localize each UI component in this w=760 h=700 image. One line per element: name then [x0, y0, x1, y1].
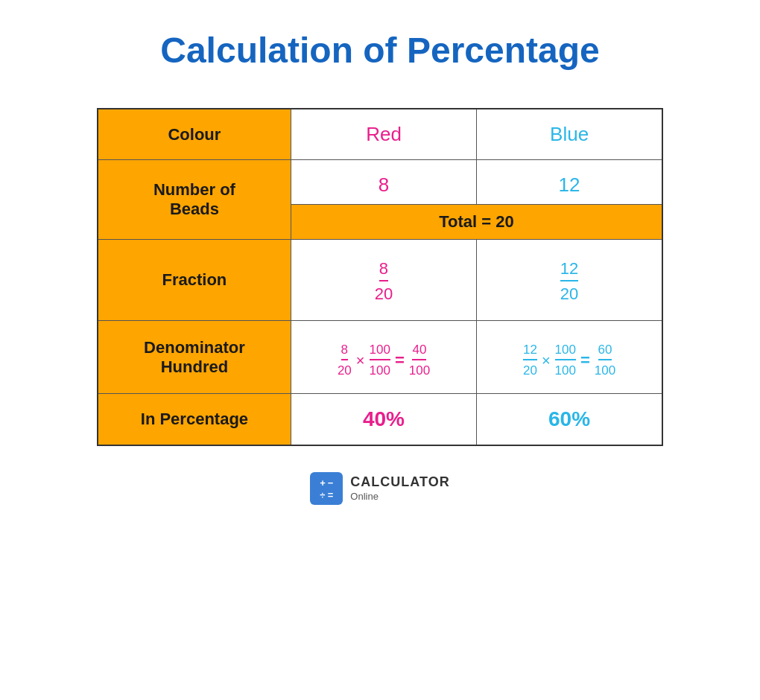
colour-red: Red	[291, 109, 476, 160]
denom-hundred-red: 8 20 × 100 100 = 40 100	[291, 321, 476, 394]
logo-name: CALCULATOR	[350, 474, 449, 491]
table-row-fraction: Fraction 8 20 12 20	[98, 240, 662, 321]
fraction-blue-num: 12	[560, 259, 578, 281]
beads-label: Number ofBeads	[98, 160, 291, 240]
beads-total: Total = 20	[291, 205, 662, 240]
table-row-colour: Colour Red Blue	[98, 109, 662, 160]
logo-icon: + − ÷ =	[310, 472, 343, 505]
denom-hundred-label: DenominatorHundred	[98, 321, 291, 394]
fraction-label: Fraction	[98, 240, 291, 321]
fraction-blue-den: 20	[560, 283, 578, 304]
main-table: Colour Red Blue Number ofBeads 8 12 Tota…	[97, 108, 663, 446]
table-wrapper: Colour Red Blue Number ofBeads 8 12 Tota…	[97, 108, 663, 446]
table-row-denom-hundred: DenominatorHundred 8 20 × 100 100 = 40	[98, 321, 662, 394]
logo-area: + − ÷ = CALCULATOR Online	[310, 472, 449, 505]
page-title: Calculation of Percentage	[160, 30, 599, 71]
fraction-red-num: 8	[379, 259, 388, 281]
denom-hundred-blue: 12 20 × 100 100 = 60 100	[477, 321, 662, 394]
fraction-red-den: 20	[375, 283, 393, 304]
fraction-red: 8 20	[291, 240, 476, 321]
logo-sub: Online	[350, 491, 449, 503]
table-row-beads-top: Number ofBeads 8 12	[98, 160, 662, 205]
percentage-blue: 60%	[477, 394, 662, 446]
colour-label: Colour	[98, 109, 291, 160]
colour-blue: Blue	[477, 109, 662, 160]
fraction-blue: 12 20	[477, 240, 662, 321]
percentage-red: 40%	[291, 394, 476, 446]
percentage-label: In Percentage	[98, 394, 291, 446]
beads-blue: 12	[477, 160, 662, 205]
beads-red: 8	[291, 160, 476, 205]
table-row-percentage: In Percentage 40% 60%	[98, 394, 662, 446]
logo-text: CALCULATOR Online	[350, 474, 449, 502]
